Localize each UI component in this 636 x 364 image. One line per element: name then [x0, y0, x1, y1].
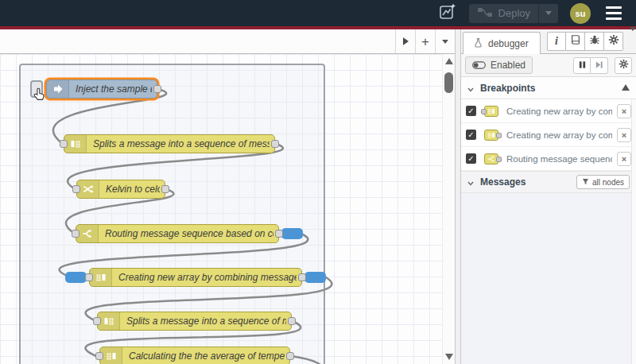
debugger-toolbar: Enabled — [461, 54, 636, 77]
flow-canvas[interactable]: Inject the sample dataSplits a message i… — [0, 54, 442, 364]
node-output-port[interactable] — [286, 352, 294, 360]
message-filter-button[interactable]: all nodes — [576, 175, 630, 189]
workspace: + Inject the sample dataSplits a m — [0, 29, 455, 364]
breakpoint-checkbox[interactable]: ✓ — [466, 153, 476, 164]
sidebar-panel: debugger i — [461, 29, 636, 364]
node-input-port[interactable] — [72, 230, 80, 238]
breakpoints-section-header[interactable]: Breakpoints — [461, 77, 636, 99]
chevron-down-icon — [442, 40, 448, 44]
config-tab-button[interactable] — [604, 32, 623, 51]
join-node-icon — [90, 269, 112, 286]
remove-breakpoint-button[interactable]: × — [617, 104, 631, 118]
scrollbar-thumb[interactable] — [444, 72, 453, 93]
node-output-port[interactable] — [298, 273, 306, 281]
breakpoint-marker-output[interactable] — [304, 272, 326, 283]
node-output-port[interactable] — [271, 140, 279, 148]
chevron-down-icon — [545, 11, 552, 15]
debugger-settings-button[interactable] — [615, 57, 632, 74]
node-switch1[interactable]: Routing message sequence based on condit… — [76, 224, 279, 243]
info-icon: i — [555, 35, 558, 48]
node-output-port[interactable] — [153, 85, 161, 93]
hamburger-icon — [606, 6, 622, 9]
deploy-icon — [477, 6, 493, 20]
node-label: Routing message sequence based on condit… — [105, 225, 273, 242]
deploy-button[interactable]: Deploy — [469, 4, 538, 23]
tab-label: debugger — [488, 38, 529, 49]
step-button[interactable] — [591, 57, 608, 74]
debug-tab-button[interactable] — [585, 32, 604, 51]
node-split1[interactable]: Splits a message into a sequence of mess… — [64, 134, 275, 153]
node-inject1[interactable]: Inject the sample data — [46, 79, 157, 99]
node-output-port[interactable] — [288, 317, 296, 325]
filter-label: all nodes — [592, 178, 624, 187]
breakpoint-row: ✓Routing message sequence based on condi… — [461, 147, 636, 171]
tab-scroll-right-button[interactable] — [395, 29, 415, 53]
flow-list-button[interactable] — [435, 29, 455, 53]
switch-mini-icon — [481, 153, 502, 165]
bug-icon — [589, 34, 600, 48]
chevron-down-icon — [467, 175, 474, 189]
wire[interactable] — [291, 356, 328, 364]
help-tab-button[interactable] — [566, 32, 585, 51]
ai-assistant-button[interactable] — [438, 2, 457, 25]
breakpoint-row: ✓Creating new array by combining message… — [461, 99, 636, 123]
node-join2[interactable]: Calculating the the average of temperatu… — [99, 347, 290, 364]
tab-debugger[interactable]: debugger — [463, 32, 541, 54]
node-input-port[interactable] — [60, 140, 68, 148]
sidebar-tab-buttons: i — [547, 32, 623, 51]
messages-title: Messages — [480, 176, 525, 188]
node-join1[interactable]: Creating new array by combining message … — [89, 268, 302, 287]
panel-resize-handle[interactable] — [455, 29, 461, 364]
breakpoint-label: Creating new array by combining message … — [506, 130, 612, 140]
node-input-port[interactable] — [93, 317, 101, 325]
node-red-app: Deploy su + — [0, 0, 636, 364]
flask-icon — [473, 37, 483, 51]
breakpoint-checkbox[interactable]: ✓ — [466, 130, 476, 140]
panel-scrollbar-track[interactable] — [631, 99, 636, 364]
funnel-icon — [582, 178, 589, 187]
main-menu-button[interactable] — [603, 3, 625, 23]
gear-icon — [608, 34, 619, 48]
join-node-icon — [100, 347, 122, 364]
node-input-port[interactable] — [72, 185, 80, 193]
canvas-vertical-scrollbar[interactable] — [442, 54, 455, 364]
scroll-up-arrow-icon[interactable] — [445, 58, 453, 64]
node-split2[interactable]: Splits a message into a sequence of mess… — [97, 312, 292, 331]
add-flow-button[interactable]: + — [415, 29, 435, 53]
node-label: Creating new array by combining message … — [118, 269, 297, 286]
flow-tabstrip: + — [0, 29, 455, 54]
sidebar-options-button[interactable] — [630, 31, 636, 45]
deploy-options-button[interactable] — [538, 4, 558, 23]
deploy-button-group: Deploy — [469, 4, 558, 23]
node-label: Splits a message into a sequence of mess… — [93, 135, 270, 153]
scroll-down-arrow-icon[interactable] — [445, 354, 453, 360]
node-output-port[interactable] — [161, 185, 169, 193]
chevron-down-icon — [630, 27, 636, 45]
breakpoint-marker-input[interactable] — [65, 272, 87, 283]
step-forward-icon — [595, 58, 603, 72]
node-input-port[interactable] — [95, 352, 103, 360]
messages-section-header[interactable]: Messages all nodes — [461, 171, 636, 193]
info-tab-button[interactable]: i — [547, 32, 566, 51]
sidebar-tabbar: debugger i — [461, 29, 636, 54]
breakpoints-title: Breakpoints — [480, 83, 535, 94]
node-input-port[interactable] — [85, 273, 93, 281]
triangle-right-icon — [403, 37, 409, 45]
gear-icon — [619, 58, 629, 72]
switch-node-icon — [76, 225, 99, 242]
join-mini-icon — [481, 106, 502, 117]
pause-button[interactable] — [573, 57, 591, 74]
breakpoint-marker-output[interactable] — [281, 228, 303, 239]
debugger-enabled-toggle[interactable]: Enabled — [465, 56, 533, 74]
messages-area — [461, 193, 636, 364]
node-change1[interactable]: Kelvin to celcius — [76, 180, 165, 199]
pause-step-group — [573, 57, 608, 74]
mouse-cursor-icon — [31, 86, 48, 106]
remove-breakpoint-button[interactable]: × — [617, 128, 631, 142]
node-output-port[interactable] — [275, 230, 283, 238]
remove-breakpoint-button[interactable]: × — [617, 152, 631, 166]
scroll-up-indicator-icon[interactable] — [622, 84, 630, 91]
breakpoint-checkbox[interactable]: ✓ — [466, 106, 476, 116]
node-label: Kelvin to celcius — [106, 180, 160, 198]
user-avatar[interactable]: su — [570, 3, 591, 24]
